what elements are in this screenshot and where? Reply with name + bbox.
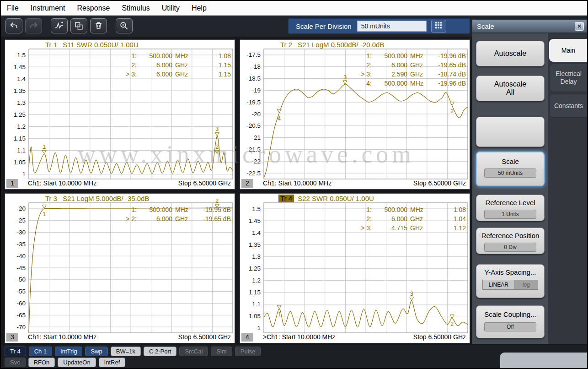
svg-text:1.45: 1.45 <box>14 64 26 71</box>
svg-text:3: 3 <box>215 125 219 132</box>
status-button-sim: Sim <box>211 347 232 356</box>
autoscale-all-button[interactable]: Autoscale All <box>476 76 545 101</box>
svg-text:-20: -20 <box>251 111 261 118</box>
delete-icon <box>94 21 103 31</box>
svg-text:2: 2 <box>215 143 219 150</box>
reference-position-value-button[interactable]: 0 Div <box>484 243 536 252</box>
svg-text:1.35: 1.35 <box>14 87 26 94</box>
marker-readout: 1:500.000MHz1.082:6.000GHz1.15> 3:6.000G… <box>119 51 231 79</box>
scale-per-division-label: Scale Per Division <box>289 22 357 30</box>
menu-item-response[interactable]: Response <box>71 1 116 16</box>
svg-text:-21.5: -21.5 <box>246 146 261 153</box>
svg-text:-19: -19 <box>251 87 261 94</box>
autoscale-button[interactable]: Autoscale <box>476 41 545 66</box>
trace-label[interactable]: Tr 4 <box>278 195 294 202</box>
add-trace-button[interactable] <box>51 18 68 33</box>
log-segment-button[interactable]: log <box>514 280 538 290</box>
linear-segment-button[interactable]: LINEAR <box>482 280 514 290</box>
tab-constants[interactable]: Constants <box>549 94 588 118</box>
status-button-pulse: Pulse <box>235 347 261 356</box>
marker-readout-row: 2:6.000GHz-19.65 dB <box>354 60 466 70</box>
close-button[interactable]: × <box>575 22 584 31</box>
trace-label[interactable]: Tr 3 <box>43 195 59 202</box>
svg-text:1: 1 <box>43 211 46 217</box>
svg-text:-60: -60 <box>16 300 26 307</box>
svg-text:-30: -30 <box>16 229 26 236</box>
menu-item-file[interactable]: File <box>1 1 25 16</box>
scale-coupling-value-button[interactable]: Off <box>484 322 536 331</box>
menu-item-instrument[interactable]: Instrument <box>25 1 71 16</box>
status-button-updateon[interactable]: UpdateOn <box>58 358 96 367</box>
svg-text:3: 3 <box>343 74 347 81</box>
capture-button[interactable] <box>70 18 87 33</box>
menu-item-help[interactable]: Help <box>186 1 213 16</box>
plot-footer-start: Ch1: Start 10.0000 MHz <box>28 179 96 187</box>
trace-label[interactable]: Tr 1 <box>43 41 59 49</box>
menu-item-utility[interactable]: Utility <box>156 1 186 16</box>
scale-value-button[interactable]: 50 mUnits <box>484 168 536 178</box>
svg-text:-40: -40 <box>16 253 26 260</box>
svg-text:-18.5: -18.5 <box>246 75 261 82</box>
svg-text:1.3: 1.3 <box>252 253 261 260</box>
marker-readout-row: 2:6.000GHz1.15 <box>119 60 231 70</box>
plot-4: Tr 4S22 SWR 0.050U/ 1.00U1.51.451.41.351… <box>240 193 470 343</box>
svg-text:1: 1 <box>257 325 261 331</box>
status-button-inttrig[interactable]: IntTrig <box>55 347 82 356</box>
undo-button[interactable] <box>5 18 22 33</box>
status-button-swp[interactable]: Swp <box>85 347 107 356</box>
svg-text:1.2: 1.2 <box>252 277 261 284</box>
svg-text:1.5: 1.5 <box>17 52 26 59</box>
svg-text:-35: -35 <box>16 241 26 248</box>
plot-footer-start: Ch1: Start 10.0000 MHz <box>28 333 96 341</box>
svg-text:1.4: 1.4 <box>17 76 26 82</box>
marker-readout-row: > 3:2.590GHz-18.74 dB <box>354 70 466 79</box>
toolbar-icon-group <box>5 18 133 33</box>
scale-per-division-input[interactable]: 50 mUnits <box>357 21 427 32</box>
svg-text:4: 4 <box>278 115 281 122</box>
reference-level-value-button[interactable]: 1 Units <box>484 210 536 219</box>
status-button-srccal: SrcCal <box>179 347 208 356</box>
zoom-icon <box>119 21 129 31</box>
channel-badge: 4 <box>241 333 253 342</box>
status-button-bw-1k[interactable]: BW=1k <box>111 347 141 356</box>
svg-text:1.5: 1.5 <box>252 206 261 212</box>
svg-text:-20.5: -20.5 <box>246 122 261 129</box>
status-button-c-2-port[interactable]: C 2-Port <box>144 347 176 356</box>
delete-button[interactable] <box>90 18 107 33</box>
plot-footer-stop: Stop 6.50000 GHz <box>178 333 231 341</box>
keypad-button[interactable] <box>431 20 446 33</box>
reference-level-group: Reference Level 1 Units <box>476 195 545 221</box>
scale-coupling-label: Scale Coupling... <box>476 310 544 318</box>
svg-text:-65: -65 <box>16 312 26 319</box>
svg-text:1.15: 1.15 <box>14 135 26 142</box>
channel-badge: 3 <box>6 333 18 342</box>
svg-text:1.3: 1.3 <box>17 99 26 106</box>
redo-button <box>25 18 42 33</box>
trace-label[interactable]: Tr 2 <box>278 41 294 49</box>
status-button-ch-1[interactable]: Ch 1 <box>29 347 52 356</box>
status-button-intref[interactable]: IntRef <box>99 358 126 367</box>
svg-text:2: 2 <box>450 108 454 114</box>
svg-text:-19.5: -19.5 <box>246 99 261 106</box>
blank-button[interactable] <box>476 117 545 147</box>
plot-footer-stop: Stop 6.50000 GHz <box>178 179 231 187</box>
plot-3: Tr 3S21 LogM 5.000dB/ -35.0dB-20-25-30-3… <box>5 193 235 343</box>
marker-readout: 1:500.000MHz-19.96 dB2:6.000GHz-19.65 dB… <box>354 51 466 88</box>
tab-electrical-delay[interactable]: Electrical Delay <box>549 64 588 92</box>
status-button-tr-4[interactable]: Tr 4 <box>5 347 26 356</box>
svg-text:3: 3 <box>410 290 413 297</box>
zoom-button[interactable] <box>116 18 133 33</box>
scale-coupling-group: Scale Coupling... Off <box>476 305 545 338</box>
y-axis-spacing-group: Y-Axis Spacing... LINEAR log <box>476 264 545 298</box>
status-button-rfon[interactable]: RFOn <box>28 358 55 367</box>
svg-text:-18: -18 <box>251 63 261 70</box>
tab-main[interactable]: Main <box>549 39 588 62</box>
svg-text:2: 2 <box>215 197 219 204</box>
panel-title: Scale <box>477 22 494 30</box>
svg-text:-55: -55 <box>16 288 26 295</box>
svg-text:-21: -21 <box>251 134 261 141</box>
menu-item-stimulus[interactable]: Stimulus <box>116 1 155 16</box>
capture-icon <box>74 21 84 31</box>
svg-text:1.1: 1.1 <box>17 147 26 154</box>
plot-title: Tr 1S11 SWR 0.050U/ 1.00U <box>43 41 139 49</box>
